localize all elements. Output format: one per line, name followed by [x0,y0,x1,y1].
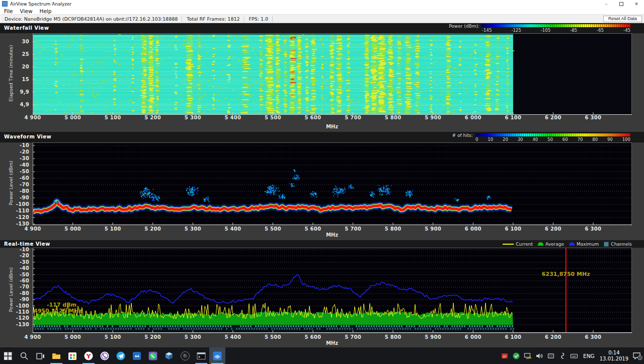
hits-colorbar-tick: 40 [532,137,538,142]
x-tick-label: 5 400 [219,115,247,120]
taskbar-virtualbox-icon[interactable] [161,347,177,364]
taskbar-camera-icon[interactable] [177,347,193,364]
x-tick-label: 5 700 [339,226,367,232]
power-colorbar-tick: -105 [541,28,550,33]
legend-item-channels: Channels [604,242,632,247]
x-tick-label: 5 100 [99,115,127,120]
y-tick-label: -20 [5,149,29,155]
x-tick-label: 5 400 [219,226,247,232]
x-tick-label: 4 900 [19,334,47,340]
language-indicator[interactable]: ENG [582,353,596,359]
y-tick-label: 4,9 [5,102,29,107]
y-tick-label: -90 [5,297,29,302]
minimize-button[interactable]: – [599,0,614,8]
clock-date: 13.01.2019 [600,356,628,362]
svg-text:Y: Y [86,352,91,359]
x-tick-label: 6 000 [459,334,487,340]
reset-all-data-button[interactable]: Reset All Data [603,16,642,22]
x-tick-label: 5 000 [59,226,87,232]
tray-device-icon[interactable] [547,352,555,360]
power-colorbar-tick: -45 [623,28,630,33]
clock-time: 0:14 [600,350,628,356]
hits-colorbar-tick: 70 [578,137,583,142]
taskbar-teamviewer-icon[interactable]: ↔ [129,347,145,364]
device-info: Device: NanoBridge M5 (DC9FDB42814A) on … [0,16,182,22]
tray-app-red-icon[interactable] [501,352,509,360]
hits-colorbar-tick: 50 [547,137,553,142]
tray-antivirus-icon[interactable] [512,352,520,360]
taskbar-task-view-icon[interactable] [32,347,48,364]
marker-frequency-label: 6231,8750 MHz [542,271,590,277]
power-colorbar-label: Power (dBm): [449,24,479,28]
x-tick-label: 6 100 [499,226,527,232]
tray-keyboard-icon[interactable] [570,352,578,360]
power-colorbar-gradient [482,24,630,27]
x-tick-label: 4 900 [19,115,47,120]
legend-label: Channels [611,242,632,247]
menu-file[interactable]: File [4,8,13,14]
app-icon [2,1,8,7]
rf-frames-info: Total RF Frames: 1812 [182,16,244,22]
fps-info: FPS: 1.0 [245,16,273,22]
taskbar-store-icon[interactable] [64,347,80,364]
x-tick-label: 6 200 [539,334,567,340]
legend-label: Current [516,242,533,247]
taskbar-terminal-icon[interactable] [193,347,209,364]
hits-colorbar-tick: 90 [607,137,613,142]
taskbar-whatsapp-icon[interactable] [145,347,161,364]
hits-colorbar-tick: 10 [488,137,493,142]
y-tick-label: -20 [5,253,29,258]
x-tick-label: 6 300 [579,115,607,120]
y-tick-label: -50 [5,169,29,174]
tray-volume-icon[interactable] [535,352,543,360]
x-tick-label: 6 100 [499,115,527,120]
realtime-legend: CurrentAverageMaximumChannels [503,240,632,248]
waveform-plot[interactable] [33,142,632,225]
x-tick-label: 6 000 [459,226,487,232]
power-colorbar-tick: -85 [570,28,577,33]
x-tick-label: 6 000 [459,115,487,120]
y-tick-label: -30 [5,259,29,265]
y-tick-label: -70 [5,182,29,187]
taskbar: Y↔ ! ENG 0:14 13.01.2019 5 [0,347,644,364]
svg-text:↔: ↔ [134,353,139,359]
y-tick-label: 20 [5,64,29,69]
waterfall-plot[interactable] [33,33,632,115]
notification-center-icon[interactable]: 5 [632,351,643,361]
tray-hook-icon[interactable] [558,352,567,360]
taskbar-start-icon[interactable] [0,347,16,364]
realtime-plot[interactable]: 6231,8750 MHz-117 dBm4950,3125 MHz [33,248,632,333]
taskbar-search-icon[interactable] [16,347,32,364]
waterfall-view: Elapsed Time (minutes) 302520159,94,9 4 … [0,33,644,132]
x-tick-label: 5 000 [59,115,87,120]
hits-colorbar-tick: 60 [562,137,568,142]
screen: AirView Spectrum Analyzer – ✕ File View … [0,0,644,364]
menu-help[interactable]: Help [40,8,52,14]
taskbar-yandex-browser-icon[interactable]: Y [80,347,97,364]
hits-colorbar-gradient [475,133,630,136]
menu-view[interactable]: View [20,8,33,14]
tray-display-warning-icon[interactable]: ! [524,352,532,360]
y-tick-label: 25 [5,51,29,57]
close-button[interactable]: ✕ [629,0,644,8]
waveform-title: Waveform View [4,132,51,141]
taskbar-clock[interactable]: 0:14 13.01.2019 [600,350,628,362]
y-tick-label: -80 [5,188,29,194]
system-tray: ! ENG 0:14 13.01.2019 5 [501,347,643,364]
taskbar-telegram-icon[interactable] [113,347,129,364]
x-tick-label: 5 200 [139,334,167,340]
taskbar-viber-icon[interactable] [97,347,113,364]
taskbar-file-explorer-icon[interactable] [48,347,64,364]
taskbar-airview-icon[interactable] [209,347,225,364]
y-tick-label: -120 [5,315,29,321]
restore-button[interactable] [614,0,629,8]
x-tick-label: 4 900 [19,226,47,232]
x-tick-label: 5 900 [419,334,447,340]
y-tick-label: -40 [5,162,29,168]
x-tick-label: 5 300 [179,226,207,232]
x-tick-label: 6 200 [539,115,567,120]
legend-average-icon [538,242,543,246]
power-colorbar-tick: -125 [511,28,521,33]
x-tick-label: 5 600 [299,226,327,232]
x-tick-label: 5 000 [59,334,87,340]
